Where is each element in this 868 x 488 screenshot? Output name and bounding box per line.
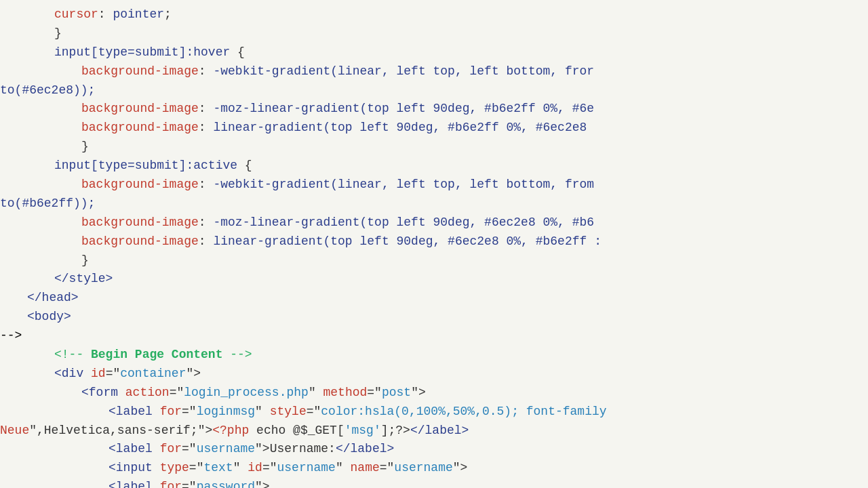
line-20: <form action="login_process.php" method=… [0, 384, 868, 403]
line-22: Neue",Helvetica,sans-serif;"><?php echo … [0, 422, 868, 441]
line-14: } [0, 251, 868, 270]
line-13: background-image: linear-gradient(top le… [0, 232, 868, 251]
line-23: <label for="username">Username:</label> [0, 440, 868, 459]
line-15: </style> [0, 270, 868, 289]
code-block: cursor: pointer; } input[type=submit]:ho… [0, 0, 868, 488]
line-25: <label for="password"> [0, 478, 868, 488]
line-4: background-image: -webkit-gradient(linea… [0, 62, 868, 81]
line-11: to(#b6e2ff)); [0, 195, 868, 214]
line-1: cursor: pointer; [0, 5, 868, 24]
line-2: } [0, 24, 868, 43]
line-17: <body> [0, 308, 868, 327]
line-12: background-image: -moz-linear-gradient(t… [0, 214, 868, 232]
line-8: } [0, 138, 868, 157]
line-7: background-image: linear-gradient(top le… [0, 119, 868, 138]
line-10: background-image: -webkit-gradient(linea… [0, 176, 868, 195]
line-5: to(#6ec2e8)); [0, 81, 868, 100]
code-viewer: cursor: pointer; } input[type=submit]:ho… [0, 0, 868, 488]
line-19: <div id="container"> [0, 365, 868, 384]
line-24: <input type="text" id="username" name="u… [0, 459, 868, 478]
line-3: input[type=submit]:hover { [0, 43, 868, 62]
line-6: background-image: -moz-linear-gradient(t… [0, 100, 868, 119]
line-16: </head> [0, 289, 868, 308]
line-9: input[type=submit]:active { [0, 157, 868, 176]
line-21: <label for="loginmsg" style="color:hsla(… [0, 403, 868, 422]
line-18: <!-- Begin Page Content --> [0, 346, 868, 365]
